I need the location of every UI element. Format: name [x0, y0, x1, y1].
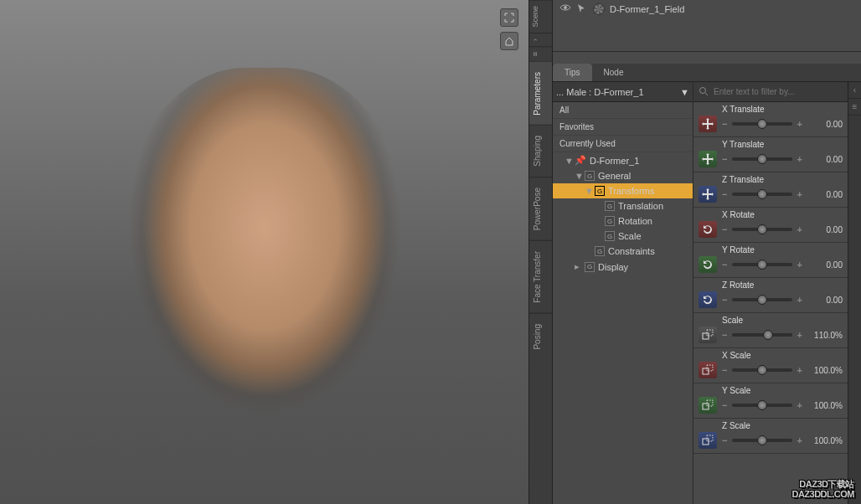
slider-track[interactable]	[732, 122, 791, 126]
decrement-button[interactable]: −	[720, 295, 729, 305]
tree-translation[interactable]: GTranslation	[553, 198, 693, 213]
scale-icon[interactable]	[699, 327, 717, 343]
tree-display[interactable]: ▸GDisplay	[553, 259, 693, 275]
decrement-button[interactable]: −	[720, 330, 729, 340]
sidebar-tab-posing[interactable]: Posing	[529, 313, 552, 360]
increment-button[interactable]: +	[796, 400, 804, 410]
model-head	[114, 68, 415, 486]
slider-knob[interactable]	[757, 154, 767, 164]
decrement-button[interactable]: −	[720, 154, 729, 164]
decrement-button[interactable]: −	[720, 365, 729, 375]
slider-track[interactable]	[732, 157, 791, 161]
rotate-icon[interactable]	[699, 256, 717, 273]
svg-point-0	[564, 6, 567, 9]
g-icon: G	[585, 262, 595, 272]
sidebar-tab-powerpose[interactable]: PowerPose	[529, 177, 552, 240]
increment-button[interactable]: +	[796, 330, 804, 340]
slider-knob[interactable]	[757, 295, 767, 305]
slider-knob[interactable]	[757, 260, 767, 270]
sidebar-tab-shaping[interactable]: Shaping	[529, 125, 552, 177]
sidebar-tab-facetransfer[interactable]: Face Transfer	[529, 240, 552, 313]
slider-knob[interactable]	[757, 119, 767, 129]
select-icon[interactable]	[576, 3, 586, 15]
translate-icon[interactable]	[699, 186, 717, 203]
increment-button[interactable]: +	[796, 295, 804, 305]
slider-value[interactable]: 0.00	[807, 120, 843, 129]
slider-track[interactable]	[732, 298, 791, 301]
sidebar-tab-scene[interactable]: Scene	[529, 0, 552, 33]
svg-point-1	[700, 87, 706, 93]
viewport-home-button[interactable]	[500, 32, 518, 50]
slider-value[interactable]: 0.00	[807, 296, 843, 305]
decrement-button[interactable]: −	[720, 189, 729, 199]
slider-value[interactable]: 0.00	[807, 190, 843, 199]
increment-button[interactable]: +	[796, 224, 804, 234]
sidebar-tab-parameters[interactable]: Parameters	[529, 61, 552, 126]
sidebar-tab-menu[interactable]: ≡	[529, 46, 552, 61]
scale-icon[interactable]	[699, 432, 717, 449]
slider-value[interactable]: 0.00	[807, 225, 843, 234]
slider-value[interactable]: 110.0%	[807, 331, 843, 340]
visibility-icon[interactable]	[559, 3, 571, 15]
translate-icon[interactable]	[699, 151, 717, 167]
decrement-button[interactable]: −	[720, 224, 729, 234]
slider-label: Z Translate	[699, 175, 843, 184]
decrement-button[interactable]: −	[720, 119, 729, 129]
sidebar-tab-toggle[interactable]: ›	[529, 33, 552, 46]
slider-value[interactable]: 100.0%	[807, 401, 843, 410]
nav-all[interactable]: All	[553, 102, 693, 119]
slider-value[interactable]: 100.0%	[807, 366, 843, 375]
slider-value[interactable]: 0.00	[807, 260, 843, 270]
slider-label: Scale	[699, 316, 843, 325]
filter-input[interactable]	[714, 87, 843, 96]
tool-button[interactable]: ‹	[848, 82, 861, 99]
tree-scale[interactable]: GScale	[553, 229, 693, 244]
slider-track[interactable]	[732, 404, 791, 407]
increment-button[interactable]: +	[796, 119, 804, 129]
slider-knob[interactable]	[763, 330, 773, 340]
scene-item[interactable]: D-Former_1_Field	[593, 3, 684, 15]
slider-knob[interactable]	[757, 189, 767, 199]
slider-knob[interactable]	[757, 224, 767, 234]
tab-node[interactable]: Node	[592, 64, 636, 81]
tree-rotation[interactable]: GRotation	[553, 213, 693, 229]
viewport-3d[interactable]	[0, 0, 529, 504]
increment-button[interactable]: +	[796, 154, 804, 164]
slider-value[interactable]: 0.00	[807, 155, 843, 164]
viewport-expand-button[interactable]	[500, 8, 518, 27]
tree-constraints[interactable]: GConstraints	[553, 244, 693, 259]
rotate-icon[interactable]	[699, 291, 717, 308]
scale-icon[interactable]	[699, 362, 717, 378]
slider-knob[interactable]	[757, 435, 767, 445]
slider-x-translate: X Translate−+0.00	[693, 102, 848, 137]
increment-button[interactable]: +	[796, 365, 804, 375]
slider-knob[interactable]	[757, 365, 767, 375]
slider-track[interactable]	[732, 228, 791, 231]
search-icon[interactable]	[699, 86, 709, 98]
nav-currently-used[interactable]: Currently Used	[553, 136, 693, 152]
rotate-icon[interactable]	[699, 221, 717, 238]
chevron-down-icon[interactable]: ▼	[680, 87, 689, 97]
tab-tips[interactable]: Tips	[553, 64, 592, 81]
increment-button[interactable]: +	[796, 260, 804, 270]
slider-track[interactable]	[732, 439, 791, 442]
tool-button[interactable]: ≡	[848, 99, 861, 116]
tree-transforms[interactable]: ▼GTransforms	[553, 183, 693, 198]
translate-icon[interactable]	[699, 116, 717, 132]
slider-value[interactable]: 100.0%	[807, 436, 843, 445]
decrement-button[interactable]: −	[720, 260, 729, 270]
slider-track[interactable]	[732, 368, 791, 372]
slider-track[interactable]	[732, 333, 791, 337]
slider-track[interactable]	[732, 193, 791, 196]
tree-general[interactable]: ▼GGeneral	[553, 168, 693, 183]
nav-favorites[interactable]: Favorites	[553, 119, 693, 136]
increment-button[interactable]: +	[796, 189, 804, 199]
increment-button[interactable]: +	[796, 435, 804, 445]
decrement-button[interactable]: −	[720, 435, 729, 445]
breadcrumb[interactable]: ... Male : D-Former_1 ▼	[553, 82, 693, 102]
decrement-button[interactable]: −	[720, 400, 729, 410]
tree-root[interactable]: ▼📌D-Former_1	[553, 152, 693, 168]
slider-knob[interactable]	[757, 400, 767, 410]
scale-icon[interactable]	[699, 397, 717, 414]
slider-track[interactable]	[732, 263, 791, 266]
